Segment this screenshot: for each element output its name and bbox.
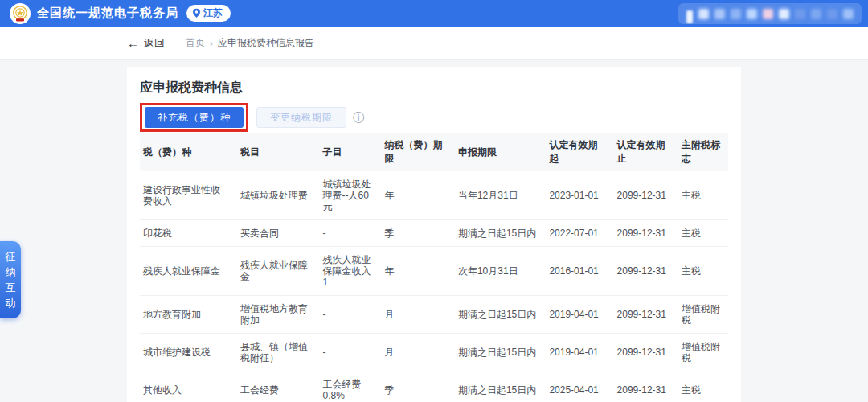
table-cell: 增值税附税 — [675, 296, 728, 334]
back-label: 返回 — [144, 36, 165, 51]
table-cell: - — [317, 220, 379, 247]
breadcrumb: 首页 › 应申报税费种信息报告 — [186, 36, 314, 50]
col-filing-deadline: 申报期限 — [452, 133, 542, 171]
table-cell: 2099-12-31 — [611, 247, 676, 296]
table-row: 其他收入工会经费工会经费 0.8%季期满之日起15日内2025-04-01209… — [140, 371, 728, 402]
table-cell: 期满之日起15日内 — [452, 296, 542, 334]
table-cell: 增值税附税 — [675, 334, 728, 371]
table-cell: 建设行政事业性收费收入 — [140, 171, 234, 220]
user-info-redacted — [678, 3, 862, 24]
table-cell: 主税 — [675, 220, 728, 247]
table-cell: 季 — [378, 220, 452, 247]
app-title: 全国统一规范电子税务局 — [37, 6, 178, 21]
col-tax-type: 税（费）种 — [140, 133, 234, 171]
table-cell: 当年12月31日 — [452, 171, 542, 220]
region-label: 江苏 — [203, 6, 223, 20]
breadcrumb-home[interactable]: 首页 — [186, 36, 205, 50]
change-tax-period-button: 变更纳税期限 — [256, 107, 346, 128]
table-cell: 2099-12-31 — [611, 334, 676, 371]
table-cell: 期满之日起15日内 — [452, 371, 542, 402]
table-row: 建设行政事业性收费收入城镇垃圾处理费城镇垃圾处理费--人60元年当年12月31日… — [140, 171, 728, 220]
table-cell: 买卖合同 — [234, 220, 316, 247]
table-cell: 期满之日起15日内 — [452, 334, 542, 371]
table-cell: 城镇垃圾处理费--人60元 — [317, 171, 379, 220]
table-cell: - — [317, 334, 379, 371]
tax-bureau-logo-icon — [10, 3, 31, 24]
table-cell: 月 — [378, 334, 452, 371]
col-valid-from: 认定有效期起 — [542, 133, 610, 171]
red-annotation-box: 补充税（费）种 — [140, 103, 248, 132]
table-cell: 季 — [378, 371, 452, 402]
table-cell: 工会经费 0.8% — [317, 371, 379, 402]
table-row: 城市维护建设税县城、镇（增值税附征）-月期满之日起15日内2019-04-012… — [140, 334, 728, 371]
table-cell: 残疾人就业保障金收入1 — [317, 247, 379, 296]
table-cell: 2022-07-01 — [542, 220, 610, 247]
table-cell: 主税 — [675, 171, 728, 220]
page-title: 应申报税费种信息 — [140, 80, 728, 96]
table-cell: 工会经费 — [234, 371, 316, 402]
table-cell: 次年10月31日 — [452, 247, 542, 296]
breadcrumb-bar: ← 返回 首页 › 应申报税费种信息报告 — [0, 27, 868, 60]
table-cell: 2025-04-01 — [542, 371, 610, 402]
table-cell: 主税 — [675, 247, 728, 296]
region-badge[interactable]: 江苏 — [186, 5, 231, 22]
table-cell: 城镇垃圾处理费 — [234, 171, 316, 220]
table-cell: 2099-12-31 — [611, 296, 676, 334]
table-cell: 2099-12-31 — [611, 171, 676, 220]
breadcrumb-current: 应申报税费种信息报告 — [218, 36, 314, 50]
table-cell: 残疾人就业保障金 — [234, 247, 316, 296]
table-row: 残疾人就业保障金残疾人就业保障金残疾人就业保障金收入1年次年10月31日2016… — [140, 247, 728, 296]
main-panel: 应申报税费种信息 补充税（费）种 变更纳税期限 ⓘ 税（费）种 税目 子目 纳税… — [127, 67, 741, 402]
location-pin-icon — [192, 8, 201, 18]
table-cell: 2019-04-01 — [542, 334, 610, 371]
table-cell: 2023-01-01 — [542, 171, 610, 220]
table-cell: 年 — [378, 247, 452, 296]
breadcrumb-separator: › — [210, 38, 213, 49]
table-cell: 月 — [378, 296, 452, 334]
table-cell: 地方教育附加 — [140, 296, 234, 334]
col-valid-to: 认定有效期止 — [611, 133, 676, 171]
side-tab-label: 征纳互动 — [6, 249, 16, 310]
table-cell: 2099-12-31 — [611, 220, 676, 247]
table-cell: 年 — [378, 171, 452, 220]
table-cell: 增值税地方教育附加 — [234, 296, 316, 334]
table-row: 印花税买卖合同-季期满之日起15日内2022-07-012099-12-31主税 — [140, 220, 728, 247]
table-cell: 城市维护建设税 — [140, 334, 234, 371]
table-cell: 2019-04-01 — [542, 296, 610, 334]
table-cell: 2016-01-01 — [542, 247, 610, 296]
back-arrow-icon: ← — [127, 36, 139, 50]
table-cell: 其他收入 — [140, 371, 234, 402]
table-cell: 主税 — [675, 371, 728, 402]
info-icon[interactable]: ⓘ — [353, 112, 364, 123]
back-button[interactable]: ← 返回 — [127, 36, 165, 51]
app-header: 全国统一规范电子税务局 江苏 — [0, 0, 868, 27]
action-buttons-row: 补充税（费）种 变更纳税期限 ⓘ — [140, 104, 728, 131]
tax-types-table: 税（费）种 税目 子目 纳税（费）期限 申报期限 认定有效期起 认定有效期止 主… — [140, 133, 728, 402]
table-cell: - — [317, 296, 379, 334]
table-body: 建设行政事业性收费收入城镇垃圾处理费城镇垃圾处理费--人60元年当年12月31日… — [140, 171, 728, 402]
col-sub-item: 子目 — [317, 133, 379, 171]
col-main-flag: 主附税标志 — [675, 133, 728, 171]
col-tax-item: 税目 — [234, 133, 316, 171]
supplement-tax-type-button[interactable]: 补充税（费）种 — [145, 107, 244, 128]
table-cell: 印花税 — [140, 220, 234, 247]
interaction-side-tab[interactable]: 征纳互动 — [0, 241, 21, 318]
table-cell: 期满之日起15日内 — [452, 220, 542, 247]
col-tax-period: 纳税（费）期限 — [378, 133, 452, 171]
table-row: 地方教育附加增值税地方教育附加-月期满之日起15日内2019-04-012099… — [140, 296, 728, 334]
table-cell: 2099-12-31 — [611, 371, 676, 402]
table-cell: 县城、镇（增值税附征） — [234, 334, 316, 371]
table-header: 税（费）种 税目 子目 纳税（费）期限 申报期限 认定有效期起 认定有效期止 主… — [140, 133, 728, 171]
table-cell: 残疾人就业保障金 — [140, 247, 234, 296]
